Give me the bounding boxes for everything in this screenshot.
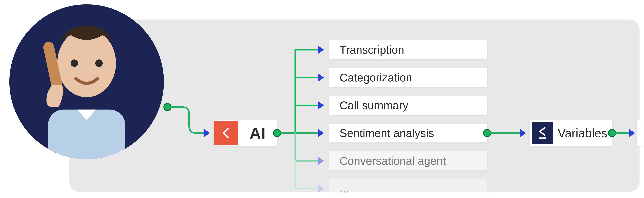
svg-point-4 (95, 59, 103, 67)
arrow-icon (318, 156, 324, 165)
arrow-icon (318, 184, 324, 193)
ai-node-icon (214, 121, 238, 145)
arrow-icon (318, 129, 324, 137)
feature-label: Call summary (335, 100, 408, 111)
feature-node-faded: Conversational agent (329, 151, 487, 170)
feature-node: Sentiment analysis (329, 124, 487, 142)
arrow-icon (318, 101, 324, 110)
arrow-icon (318, 73, 324, 82)
arrow-icon (318, 45, 324, 54)
variables-node: Variables (530, 120, 612, 146)
feature-node-faded: ... (329, 179, 487, 198)
variables-node-icon (532, 122, 553, 144)
connector-line (612, 132, 630, 134)
feature-label: Conversational agent (335, 155, 446, 166)
feature-node: Transcription (329, 40, 487, 59)
ai-node: AI (214, 120, 277, 146)
feature-node: Categorization (329, 68, 487, 87)
feature-label: ... (335, 183, 349, 194)
caller-avatar (10, 4, 164, 159)
variables-node-label: Variables (553, 127, 607, 139)
continuation-node (637, 120, 644, 146)
diagram-canvas: AI Transcription Categorization Call sum… (0, 0, 644, 198)
arrow-icon (629, 129, 635, 137)
ai-node-label: AI (238, 124, 277, 142)
svg-point-3 (70, 59, 78, 67)
arrow-icon (520, 129, 526, 137)
feature-label: Categorization (335, 72, 412, 83)
feature-label: Sentiment analysis (335, 127, 434, 139)
arrow-icon (204, 129, 210, 137)
connector-dot (273, 129, 281, 137)
connector-dot (164, 103, 172, 111)
connector-line (487, 132, 520, 134)
feature-label: Transcription (335, 44, 404, 55)
feature-node: Call summary (329, 96, 487, 115)
